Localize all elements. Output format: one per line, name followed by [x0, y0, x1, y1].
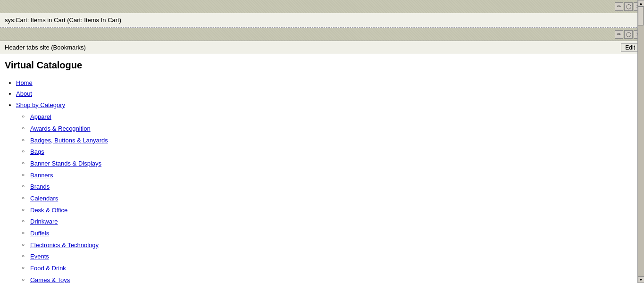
- list-item: Banners: [30, 170, 639, 182]
- list-item: Brands: [30, 181, 639, 193]
- list-item: Electronics & Technology: [30, 240, 639, 251]
- nav-link-home[interactable]: Home: [16, 79, 33, 86]
- pencil-icon-2[interactable]: ✏: [615, 30, 623, 39]
- list-item: Banner Stands & Displays: [30, 158, 639, 170]
- scroll-down-arrow[interactable]: ▼: [638, 276, 644, 283]
- sub-link-drinkware[interactable]: Drinkware: [30, 218, 58, 225]
- sub-link-apparel[interactable]: Apparel: [30, 113, 51, 120]
- scrollbar-thumb[interactable]: [638, 7, 644, 25]
- list-item: Food & Drink: [30, 263, 639, 275]
- main-nav-list: Home About Shop by Category Apparel Awar…: [5, 77, 639, 283]
- bookmarks-text: Header tabs site (Bookmarks): [5, 44, 86, 51]
- nav-link-shop[interactable]: Shop by Category: [16, 101, 65, 108]
- sub-link-food-drink[interactable]: Food & Drink: [30, 265, 66, 272]
- toolbar-bar-1: ✏ ◯ ✕: [0, 0, 644, 13]
- sub-link-banner-stands[interactable]: Banner Stands & Displays: [30, 160, 101, 167]
- sub-link-brands[interactable]: Brands: [30, 183, 50, 190]
- power-icon-1[interactable]: ◯: [624, 2, 633, 11]
- scrollbar-track[interactable]: [638, 7, 644, 276]
- list-item: Duffels: [30, 228, 639, 240]
- bookmarks-bar: Header tabs site (Bookmarks) Edit: [0, 41, 644, 54]
- nav-item-home: Home: [16, 77, 639, 88]
- list-item: Apparel: [30, 111, 639, 123]
- nav-link-about[interactable]: About: [16, 90, 32, 97]
- sub-link-duffels[interactable]: Duffels: [30, 230, 49, 237]
- cart-text: sys:Cart: Items in Cart (Cart: Items In …: [5, 17, 121, 24]
- pencil-icon-1[interactable]: ✏: [615, 2, 623, 11]
- toolbar-bar-2: ✏ ◯ ✕: [0, 28, 644, 41]
- power-icon-2[interactable]: ◯: [624, 30, 633, 39]
- nav-item-shop: Shop by Category Apparel Awards & Recogn…: [16, 100, 639, 283]
- sub-link-awards[interactable]: Awards & Recognition: [30, 125, 91, 132]
- main-content: Virtual Catalogue Home About Shop by Cat…: [0, 54, 644, 283]
- sub-link-events[interactable]: Events: [30, 253, 49, 260]
- list-item: Desk & Office: [30, 205, 639, 216]
- list-item: Drinkware: [30, 216, 639, 228]
- scrollbar[interactable]: ▲ ▼: [637, 0, 644, 283]
- sub-link-games-toys[interactable]: Games & Toys: [30, 276, 70, 283]
- sub-link-badges[interactable]: Badges, Buttons & Lanyards: [30, 137, 108, 144]
- list-item: Calendars: [30, 193, 639, 205]
- list-item: Awards & Recognition: [30, 123, 639, 135]
- sub-link-banners[interactable]: Banners: [30, 172, 53, 179]
- list-item: Events: [30, 251, 639, 263]
- nav-item-about: About: [16, 88, 639, 99]
- scroll-up-arrow[interactable]: ▲: [638, 0, 644, 7]
- page-title: Virtual Catalogue: [5, 60, 639, 71]
- sub-link-desk-office[interactable]: Desk & Office: [30, 207, 67, 214]
- list-item: Badges, Buttons & Lanyards: [30, 135, 639, 147]
- sub-link-bags[interactable]: Bags: [30, 148, 44, 155]
- sub-link-calendars[interactable]: Calendars: [30, 195, 58, 202]
- sub-category-list: Apparel Awards & Recognition Badges, But…: [16, 111, 639, 283]
- list-item: Games & Toys: [30, 275, 639, 283]
- list-item: Bags: [30, 146, 639, 158]
- edit-button[interactable]: Edit: [621, 43, 639, 52]
- cart-bar: sys:Cart: Items in Cart (Cart: Items In …: [0, 13, 644, 27]
- sub-link-electronics[interactable]: Electronics & Technology: [30, 241, 99, 249]
